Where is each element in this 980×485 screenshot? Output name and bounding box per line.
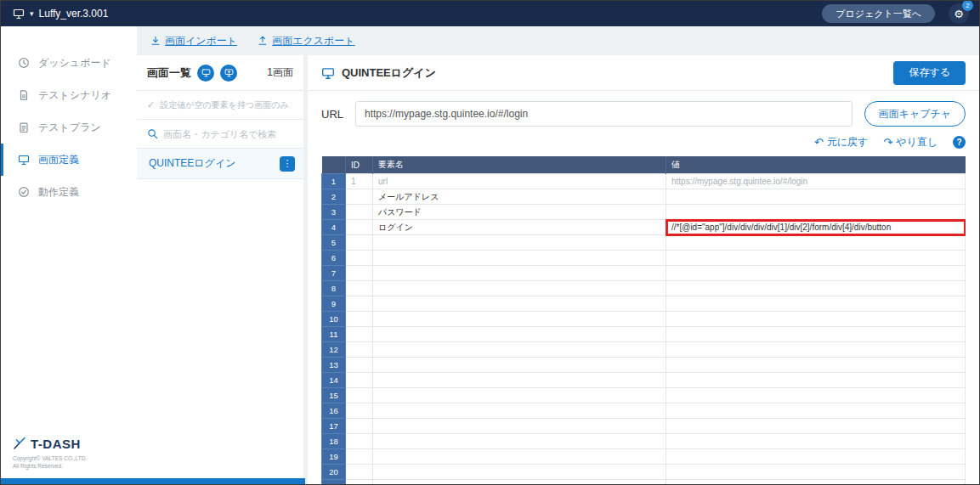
row-number-cell[interactable]: 7 [322, 266, 346, 281]
element-value-cell[interactable] [666, 342, 966, 358]
element-value-cell[interactable] [666, 373, 966, 388]
row-number-cell[interactable]: 2 [322, 189, 346, 205]
element-value-cell[interactable] [666, 419, 966, 434]
element-name-cell[interactable]: パスワード [373, 205, 666, 220]
row-number-cell[interactable]: 16 [322, 403, 346, 419]
element-value-cell[interactable] [666, 189, 966, 205]
id-cell[interactable]: 1 [346, 174, 373, 189]
element-name-cell[interactable] [373, 449, 666, 465]
sidebar-item-action-definition[interactable]: 動作定義 [1, 176, 137, 208]
element-value-cell[interactable] [666, 403, 966, 419]
row-number-cell[interactable]: 9 [322, 296, 346, 312]
element-value-cell[interactable] [666, 296, 966, 312]
id-cell[interactable] [346, 388, 373, 403]
element-name-cell[interactable] [373, 480, 666, 485]
sidebar-item-dashboard[interactable]: ダッシュボード [1, 47, 137, 79]
element-name-cell[interactable] [373, 281, 666, 296]
id-cell[interactable] [346, 434, 373, 449]
element-name-cell[interactable] [373, 312, 666, 327]
element-value-cell[interactable] [666, 358, 966, 373]
url-input[interactable] [355, 101, 853, 127]
id-cell[interactable] [346, 358, 373, 373]
id-cell[interactable] [346, 312, 373, 327]
redo-button[interactable]: ↷ やり直し [883, 135, 938, 149]
sidebar-item-screen-definition[interactable]: 画面定義 [1, 144, 137, 176]
row-number-cell[interactable]: 18 [322, 434, 346, 449]
add-screen-button[interactable] [220, 65, 237, 82]
row-number-cell[interactable]: 3 [322, 205, 346, 220]
id-cell[interactable] [346, 449, 373, 465]
screen-export-link[interactable]: 画面エクスポート [258, 34, 354, 48]
search-input[interactable] [163, 129, 293, 139]
element-value-cell[interactable]: https://mypage.stg.quintee.io/#/login [666, 174, 966, 189]
id-cell[interactable] [346, 403, 373, 419]
row-number-cell[interactable]: 4 [322, 220, 346, 235]
id-cell[interactable] [346, 296, 373, 312]
element-name-cell[interactable] [373, 266, 666, 281]
element-name-cell[interactable] [373, 434, 666, 449]
empty-elements-filter[interactable]: ✓ 設定値が空の要素を持つ画面のみ [137, 91, 303, 120]
app-version-label[interactable]: Luffy_ver.3.001 [39, 8, 109, 20]
id-cell[interactable] [346, 220, 373, 235]
element-value-cell[interactable]: //*[@id="app"]/div/div/div/div[1]/div[2]… [666, 220, 966, 235]
row-number-cell[interactable]: 10 [322, 312, 346, 327]
screen-list-item[interactable]: QUINTEEログイン⋮ [137, 149, 303, 179]
element-name-cell[interactable] [373, 403, 666, 419]
element-name-cell[interactable] [373, 465, 666, 480]
row-number-cell[interactable]: 13 [322, 358, 346, 373]
id-cell[interactable] [346, 327, 373, 342]
element-name-cell[interactable] [373, 388, 666, 403]
sidebar-item-test-plan[interactable]: テストプラン [1, 111, 137, 144]
version-caret-icon[interactable]: ▾ [30, 9, 34, 18]
item-menu-button[interactable]: ⋮ [280, 156, 295, 172]
id-cell[interactable] [346, 235, 373, 251]
element-value-cell[interactable] [666, 465, 966, 480]
element-name-cell[interactable] [373, 327, 666, 342]
id-cell[interactable] [346, 251, 373, 266]
element-name-cell[interactable]: ログイン [373, 220, 666, 235]
element-value-cell[interactable] [666, 327, 966, 342]
element-value-cell[interactable] [666, 235, 966, 251]
screen-capture-button[interactable]: 画面キャプチャ [864, 101, 966, 127]
element-name-cell[interactable] [373, 373, 666, 388]
element-value-cell[interactable] [666, 388, 966, 403]
id-cell[interactable] [346, 205, 373, 220]
row-number-cell[interactable]: 6 [322, 251, 346, 266]
project-list-button[interactable]: プロジェクト一覧へ [822, 4, 935, 23]
element-name-cell[interactable] [373, 358, 666, 373]
id-cell[interactable] [346, 373, 373, 388]
row-number-cell[interactable]: 5 [322, 235, 346, 251]
id-cell[interactable] [346, 342, 373, 358]
row-number-cell[interactable]: 15 [322, 388, 346, 403]
element-name-cell[interactable] [373, 296, 666, 312]
element-value-cell[interactable] [666, 312, 966, 327]
element-name-cell[interactable] [373, 251, 666, 266]
row-number-cell[interactable]: 14 [322, 373, 346, 388]
row-number-cell[interactable]: 19 [322, 449, 346, 465]
id-cell[interactable] [346, 480, 373, 485]
element-name-cell[interactable] [373, 342, 666, 358]
id-cell[interactable] [346, 189, 373, 205]
id-cell[interactable] [346, 266, 373, 281]
element-name-cell[interactable] [373, 419, 666, 434]
settings-button[interactable]: ⚙ 2 [949, 3, 969, 24]
row-number-cell[interactable]: 21 [322, 480, 346, 485]
sidebar-item-test-scenario[interactable]: テストシナリオ [1, 79, 137, 111]
element-name-cell[interactable] [373, 235, 666, 251]
id-cell[interactable] [346, 465, 373, 480]
element-value-cell[interactable] [666, 434, 966, 449]
id-cell[interactable] [346, 419, 373, 434]
element-value-cell[interactable] [666, 281, 966, 296]
row-number-cell[interactable]: 12 [322, 342, 346, 358]
element-value-cell[interactable] [666, 266, 966, 281]
help-icon[interactable]: ? [953, 136, 966, 149]
screen-import-link[interactable]: 画面インポート [150, 34, 237, 48]
element-value-cell[interactable] [666, 480, 966, 485]
element-name-cell[interactable]: メールアドレス [373, 189, 666, 205]
id-cell[interactable] [346, 281, 373, 296]
element-value-cell[interactable] [666, 251, 966, 266]
row-number-cell[interactable]: 8 [322, 281, 346, 296]
element-name-cell[interactable]: url [373, 174, 666, 189]
element-value-cell[interactable] [666, 449, 966, 465]
row-number-cell[interactable]: 11 [322, 327, 346, 342]
